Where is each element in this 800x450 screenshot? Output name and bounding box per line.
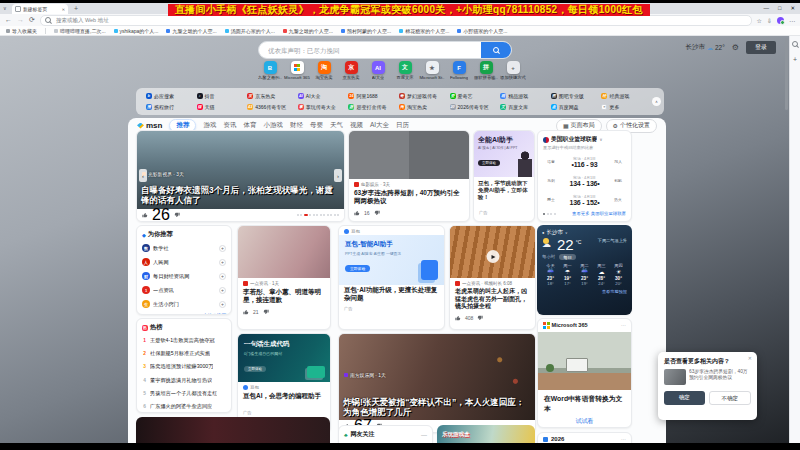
widget-dots[interactable] — [543, 213, 556, 215]
bookmark-item[interactable]: 导入收藏夹 — [6, 28, 37, 34]
menu-icon[interactable]: ⋯ — [789, 17, 795, 24]
sidebar-search-icon[interactable] — [792, 41, 798, 47]
signin-button[interactable]: 登录 — [746, 41, 776, 54]
full-forecast-link[interactable]: 查看完整预报 — [542, 289, 627, 294]
try-link[interactable]: 试试看 — [538, 417, 631, 426]
hero-carousel-card[interactable]: 光影新视界 · 3天 自曝备好寿衣遗照3个月后，张柏芝现状曝光，谢霆锋的话有人信… — [136, 130, 345, 222]
thumbs-up-icon[interactable] — [354, 210, 360, 216]
tab-finance[interactable]: 财经 — [290, 121, 303, 130]
add-shortcut[interactable]: +添加快捷方式 — [502, 61, 524, 80]
settings-gear-icon[interactable]: ⚙ — [732, 44, 739, 52]
follow-add-icon[interactable]: + — [219, 273, 226, 280]
tab-weather[interactable]: 天气 — [330, 121, 343, 130]
follow-add-icon[interactable]: + — [219, 301, 226, 308]
weather-widget[interactable]: ● 长沙市 ∨ ☁ 22 °C 下周二气温上升 每小时 每日 今天☔23°18°… — [537, 225, 632, 315]
tab-sports[interactable]: 体育 — [243, 121, 256, 130]
weather-header[interactable]: ● 长沙市 ∨ — [542, 229, 627, 236]
nba-scores-widget[interactable]: 美国职业篮球联赛 ∨ 显示进行中或已结束的比赛 活塞 完场 · 4月1日•116… — [537, 130, 632, 222]
address-input[interactable] — [54, 16, 747, 24]
tab-ai[interactable]: AI大全 — [370, 121, 389, 130]
hotlist-item[interactable]: 1王楚钦4-1击败莫雷高德夺冠 — [137, 334, 231, 347]
minimize-button[interactable]: — — [764, 5, 770, 11]
web-searchbox[interactable] — [258, 41, 512, 59]
shortcut-link[interactable]: 盘百度网盘 — [551, 104, 602, 110]
article-image-card[interactable] — [136, 417, 330, 443]
quick-link[interactable]: 拼微软拼音输.. — [475, 61, 497, 80]
carousel-next-icon[interactable]: › — [334, 169, 342, 182]
back-icon[interactable]: ← — [5, 16, 12, 24]
bookmark-item[interactable]: yshikapa的个人... — [114, 28, 159, 34]
tab-parenting[interactable]: 母婴 — [310, 121, 323, 130]
hotlist-item[interactable]: 3陈奕迅巡演预计能赚3000万 — [137, 360, 231, 373]
msn-logo[interactable]: msn — [137, 121, 162, 130]
collapse-icon[interactable]: ∧ — [652, 97, 661, 106]
tab-minigames[interactable]: 小游戏 — [263, 121, 283, 130]
ms365-card[interactable]: Microsoft 365 ⋯ 在Word中将语音转换为文本 试试看 — [537, 318, 632, 428]
thumbs-down-icon[interactable] — [477, 315, 483, 321]
thumbs-down-icon[interactable] — [374, 210, 380, 216]
nba-more-link[interactable]: 查看更多 美国职业篮球联赛 — [572, 211, 626, 216]
new-tab-button[interactable]: + — [74, 5, 78, 12]
shortcut-link[interactable]: 京京东热卖 — [247, 93, 298, 99]
quick-link[interactable]: FFollowing — [448, 61, 470, 80]
shortcut-link[interactable]: 超超变打金传奇 — [348, 104, 399, 110]
thumbs-down-icon[interactable] — [174, 212, 180, 218]
ad-cta-button[interactable]: 立即体验 — [244, 366, 266, 372]
hotlist-item[interactable]: 2社保新规5月标准正式实施 — [137, 347, 231, 360]
quick-link[interactable]: Microsoft 365 — [286, 61, 308, 80]
ad-cta-button[interactable]: 立即体验 — [478, 160, 500, 166]
forward-icon[interactable]: → — [17, 16, 24, 24]
quick-link[interactable]: AIAI大全 — [367, 61, 389, 80]
calendar-card[interactable]: 2026 ⋯ 4月5日 星期日 — [537, 432, 632, 443]
search-go-button[interactable] — [481, 42, 511, 58]
hotlist-item[interactable]: 4董宇辉挑选满月礼物引热议 — [137, 374, 231, 387]
forecast-day[interactable]: 周四☀30°20° — [610, 263, 627, 286]
tab-hourly[interactable]: 每小时 — [542, 254, 555, 260]
forecast-day[interactable]: 周一☂19°17° — [559, 263, 576, 286]
shortcut-link[interactable]: 202026传奇专区 — [450, 104, 501, 110]
profile-avatar[interactable] — [777, 17, 784, 24]
quick-link[interactable]: ★Microsoft St.. — [421, 61, 443, 80]
article-card-star[interactable]: 一点资讯 · 1天 李若彤、章小蕙、明道等明星，接连道歉 21 — [237, 225, 331, 330]
recommend-item[interactable]: 1一点资讯+ — [137, 283, 231, 297]
bookmark-item[interactable]: 九黎之最的个人空... — [283, 28, 333, 34]
shortcut-link[interactable]: b必应搜索 — [146, 93, 197, 99]
thumbs-up-icon[interactable] — [455, 315, 461, 321]
page-scrollbar[interactable] — [785, 38, 788, 110]
downloads-icon[interactable]: ⇩ — [767, 17, 772, 24]
recommend-item[interactable]: 财每日财经资讯网+ — [137, 269, 231, 283]
close-button[interactable]: ✕ — [790, 5, 795, 11]
more-icon[interactable]: ⋯ — [621, 322, 626, 328]
browser-tab[interactable]: 新建标签页 ✕ — [12, 4, 68, 14]
forecast-day[interactable]: 周三☁28°24° — [593, 263, 610, 286]
thumbs-up-icon[interactable] — [243, 309, 249, 315]
shortcut-link[interactable]: AIAI大全 — [298, 93, 349, 99]
bookmark-item[interactable]: 哔哩哔哩直播,二次... — [54, 28, 106, 34]
friends-panel[interactable]: ♣ 网友关注 — — [338, 425, 433, 443]
shortcut-more[interactable]: ≡更多 — [601, 104, 652, 110]
ad-card-ai-assistant[interactable]: 全能AI助手 AI 搜索 | AI 写作 | AI PPT 立即体验 豆包，字节… — [473, 130, 535, 222]
confirm-button[interactable]: 确定 — [664, 391, 705, 405]
bookmark-item[interactable]: 小野猫家的个人空... — [457, 28, 507, 34]
thumbs-up-icon[interactable] — [142, 212, 148, 218]
follow-add-icon[interactable]: + — [219, 287, 226, 294]
video-card-actress[interactable]: 南方娱乐网 · 1天 炸锅!张天爱被指“变样认不出”，本人火速回应：为角色增肥了… — [338, 333, 536, 433]
ad-cta-button[interactable]: 立即体验 — [345, 265, 370, 272]
more-icon[interactable]: ⋯ — [621, 436, 626, 442]
tab-search-icon[interactable]: ∨ — [3, 5, 7, 11]
bookmark-item[interactable]: 棉花糖家的个人空... — [399, 28, 449, 34]
tab-video[interactable]: 视频 — [350, 121, 363, 130]
ad-card-doubao[interactable]: 豆包 豆包-智能AI助手 PPT生成·AI搜索·AI生图 一键直达 立即体验 豆… — [338, 225, 445, 330]
thumbs-down-icon[interactable] — [263, 309, 269, 315]
shortcut-link[interactable]: 携携程旅行 — [146, 104, 197, 110]
tab-news[interactable]: 资讯 — [223, 121, 236, 130]
carousel-prev-icon[interactable]: ‹ — [139, 169, 147, 182]
widget-dots[interactable] — [142, 315, 158, 316]
web-search-input[interactable] — [259, 47, 481, 54]
shortcut-link[interactable]: 图图吧专业版 — [551, 93, 602, 99]
hotlist-item[interactable]: 5男孩坦言一个子儿都没有走红 — [137, 387, 231, 400]
play-icon[interactable] — [486, 250, 499, 263]
tab-calendar[interactable]: 日历 — [396, 121, 409, 130]
nba-game-row[interactable]: 活塞 完场 · 4月1日•116 - 93 76人 — [543, 152, 626, 171]
tab-close-icon[interactable]: ✕ — [62, 7, 65, 12]
